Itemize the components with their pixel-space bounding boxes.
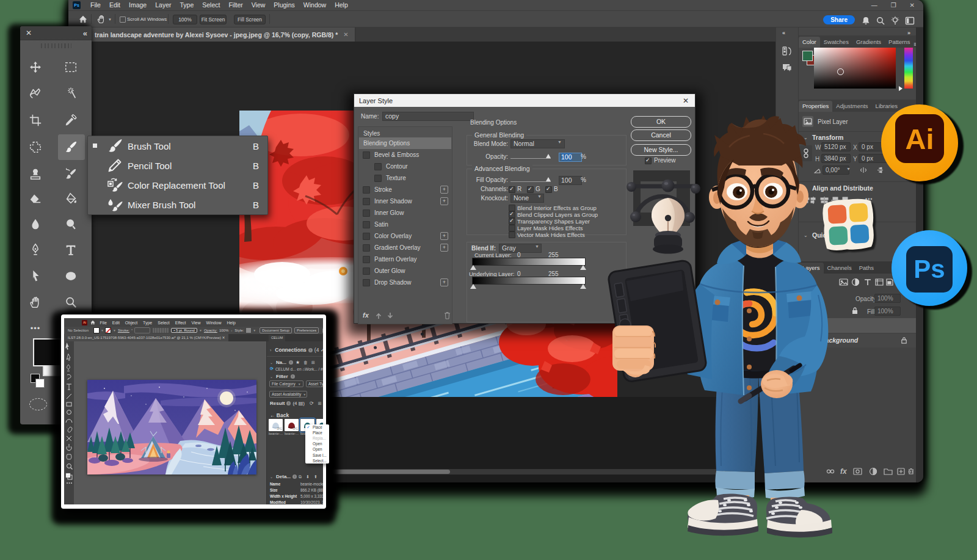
- ai-menu-object[interactable]: Object: [122, 321, 140, 325]
- celum-upload-icon[interactable]: ⬆: [314, 475, 318, 479]
- foreground-color-chip[interactable]: [802, 51, 813, 61]
- ai-stroke-swatch[interactable]: [105, 327, 111, 333]
- menu-edit[interactable]: Edit: [105, 0, 125, 10]
- ctx-select[interactable]: Select...: [305, 458, 329, 464]
- flyout-brush-tool[interactable]: Brush ToolB: [88, 136, 267, 156]
- discover-icon[interactable]: [890, 16, 900, 26]
- stamp-tool-icon[interactable]: [26, 165, 45, 183]
- menu-plugins[interactable]: Plugins: [269, 0, 299, 10]
- home-icon[interactable]: [79, 15, 87, 23]
- tab-gradients[interactable]: Gradients: [852, 37, 885, 48]
- current-layer-gradient[interactable]: [472, 258, 586, 266]
- fill-opacity-value-field[interactable]: 100: [559, 176, 582, 185]
- menu-layer[interactable]: Layer: [151, 0, 175, 10]
- hand-tool-icon[interactable]: [96, 15, 106, 24]
- celum-file-category-dropdown[interactable]: File Category▼: [269, 380, 303, 387]
- current-high-slider[interactable]: [580, 265, 586, 270]
- style-color-overlay[interactable]: Color Overlay+: [359, 230, 451, 242]
- celum-connections-row[interactable]: › Connections i (4 ✓): [270, 347, 323, 353]
- ai-opacity-value[interactable]: 100%: [219, 329, 228, 332]
- ai-document-tab[interactable]: ILST-28.0.0-en_US-17519708-5963-4045-a33…: [65, 334, 228, 341]
- current-low-slider[interactable]: [470, 265, 476, 270]
- flyout-pencil-tool[interactable]: Pencil ToolB: [88, 156, 267, 175]
- type-tool-icon[interactable]: [62, 241, 80, 259]
- celum-grid-icon[interactable]: ⊞: [318, 401, 322, 406]
- ai-preferences-button[interactable]: Preferences: [294, 327, 319, 333]
- celum-nav-row[interactable]: ⌄ Na... i ★ 🗑 ⊞: [270, 360, 315, 365]
- channel-r-checkbox[interactable]: [509, 186, 515, 193]
- menu-help[interactable]: Help: [330, 0, 352, 10]
- tab-properties[interactable]: Properties: [799, 101, 832, 112]
- scrollbar-thumb[interactable]: [333, 470, 450, 474]
- pen-tool-icon[interactable]: [26, 241, 45, 259]
- celum-tab[interactable]: CELUM: [269, 335, 285, 341]
- layers-fill-field[interactable]: 100%: [874, 307, 901, 316]
- lasso-tool-icon[interactable]: [26, 84, 45, 103]
- dodge-tool-icon[interactable]: [62, 215, 80, 233]
- illustrator-badge[interactable]: Ai: [881, 104, 958, 181]
- marquee-tool-icon[interactable]: [62, 58, 80, 76]
- crop-tool-icon[interactable]: [26, 111, 45, 129]
- style-drop-shadow[interactable]: Drop Shadow+: [359, 277, 451, 288]
- quick-mask-icon[interactable]: [29, 398, 47, 410]
- menu-window[interactable]: Window: [299, 0, 330, 10]
- ctx-open-1[interactable]: Open: [305, 441, 329, 446]
- flyout-mixer-brush-tool[interactable]: Mixer Brush ToolB: [88, 195, 267, 214]
- fit-screen-button[interactable]: Fit Screen: [200, 15, 227, 24]
- ai-menu-edit[interactable]: Edit: [109, 321, 122, 325]
- paint-bucket-tool-icon[interactable]: [62, 189, 80, 208]
- name-input[interactable]: copy: [382, 112, 474, 121]
- menu-type[interactable]: Type: [175, 0, 198, 10]
- zoom-tool-icon[interactable]: [62, 293, 80, 311]
- healing-tool-icon[interactable]: [26, 138, 45, 156]
- tab-color[interactable]: Color: [799, 37, 820, 48]
- underlying-low-slider[interactable]: [470, 284, 476, 289]
- ai-home-icon[interactable]: [90, 320, 95, 325]
- collapse-dock-icon[interactable]: «: [782, 30, 785, 36]
- ai-menu-type[interactable]: Type: [140, 321, 155, 325]
- color-cursor[interactable]: [837, 68, 844, 75]
- blend-mode-select[interactable]: Normal▼: [510, 139, 565, 148]
- brush-tool-icon[interactable]: [62, 138, 80, 156]
- share-button[interactable]: Share: [823, 15, 855, 24]
- menu-filter[interactable]: Filter: [224, 0, 247, 10]
- ai-opacity-label[interactable]: Opacity:: [204, 329, 217, 332]
- celum-open-icon[interactable]: ⧉: [299, 475, 302, 479]
- ctx-place-1[interactable]: ✓Place: [305, 424, 329, 430]
- opacity-value-field[interactable]: 100: [559, 153, 582, 162]
- fill-opacity-slider[interactable]: [510, 181, 551, 182]
- underlying-high-slider[interactable]: [580, 284, 586, 289]
- tools-close-icon[interactable]: ✕: [26, 29, 32, 37]
- asset-thumbnail-2[interactable]: JPG: [285, 419, 299, 431]
- dialog-title-bar[interactable]: Layer Style ✕: [354, 94, 695, 107]
- celum-back-button[interactable]: ← Back: [270, 412, 289, 418]
- ctx-open-2[interactable]: Open: [305, 446, 329, 452]
- color-panel-icon[interactable]: [782, 46, 793, 57]
- flip-icons[interactable]: [860, 166, 885, 174]
- ctx-place-2[interactable]: Place: [305, 430, 329, 435]
- tools-collapse-icon[interactable]: «: [83, 29, 87, 38]
- celum-download-icon[interactable]: ⬇: [306, 475, 310, 479]
- eyedropper-tool-icon[interactable]: [62, 111, 80, 129]
- style-inner-glow[interactable]: Inner Glow: [359, 207, 451, 219]
- style-gradient-overlay[interactable]: Gradient Overlay+: [359, 242, 451, 253]
- ai-brush-preset[interactable]: • 5 pt. Round: [171, 328, 197, 333]
- vector-mask-hides-checkbox[interactable]: [509, 231, 515, 238]
- photoshop-badge[interactable]: Ps: [892, 230, 967, 306]
- ctx-save[interactable]: Save l...: [305, 453, 329, 458]
- foreground-color-swatch[interactable]: [33, 338, 61, 366]
- ai-menu-view[interactable]: View: [189, 321, 203, 325]
- menu-view[interactable]: View: [247, 0, 270, 10]
- menu-file[interactable]: File: [86, 0, 105, 10]
- celum-details-row[interactable]: ⌄ Deta... i ⧉ ⬇ ⬆: [270, 474, 318, 479]
- menu-image[interactable]: Image: [125, 0, 151, 10]
- ai-fill-swatch[interactable]: [93, 327, 100, 333]
- flyout-color-replacement-tool[interactable]: Color Replacement ToolB: [88, 175, 267, 195]
- ai-tool-icons[interactable]: [64, 341, 74, 488]
- color-field[interactable]: [814, 48, 896, 89]
- ai-menu-select[interactable]: Select: [155, 321, 172, 325]
- document-tab[interactable]: train landscape adventure by Alexei Syso…: [89, 27, 355, 42]
- menu-select[interactable]: Select: [198, 0, 224, 10]
- celum-asset-availability-dropdown[interactable]: Asset Availability▼: [269, 391, 307, 398]
- underlying-layer-gradient[interactable]: [472, 277, 586, 285]
